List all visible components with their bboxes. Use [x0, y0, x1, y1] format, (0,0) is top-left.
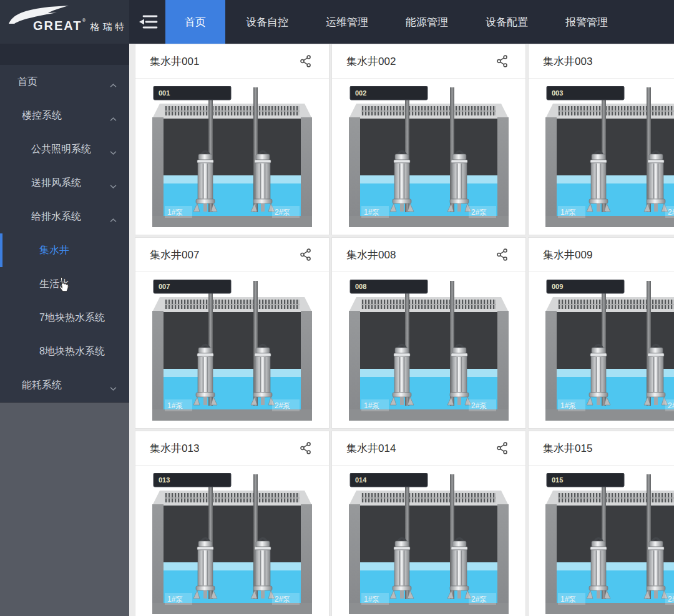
well-card-009[interactable]: 集水井0091#泵2#泵009 — [528, 237, 674, 429]
sidebar-filler — [0, 402, 129, 616]
sidebar-item-label: 送排风系统 — [31, 177, 81, 190]
sidebar-item-domestic-water[interactable]: 生活水 — [0, 267, 129, 301]
share-icon — [496, 248, 509, 262]
pump-2-label: 2#泵 — [471, 595, 487, 604]
nav-item-device-auto-control[interactable]: 设备自控 — [229, 0, 305, 44]
well-card-header: 集水井008 — [332, 238, 525, 272]
sidebar-item-label: 8地块热水系统 — [39, 345, 105, 358]
sidebar-item-plot8-hot-water-system[interactable]: 8地块热水系统 — [0, 335, 129, 368]
well-card-body: 1#泵2#泵013 — [135, 466, 329, 614]
share-icon — [496, 441, 509, 455]
sidebar-item-label: 生活水 — [39, 278, 69, 291]
pump-2-label: 2#泵 — [668, 401, 674, 410]
chevron-up-icon — [110, 83, 117, 88]
sidebar-item-label: 楼控系统 — [22, 109, 62, 122]
share-button[interactable] — [496, 248, 509, 262]
nav-item-home[interactable]: 首页 — [165, 0, 225, 44]
pump-1-label: 1#泵 — [167, 208, 183, 217]
well-card-header: 集水井001 — [135, 44, 329, 79]
well-card-007[interactable]: 集水井0071#泵2#泵007 — [135, 237, 330, 429]
well-card-002[interactable]: 集水井0021#泵2#泵002 — [331, 44, 526, 235]
well-card-008[interactable]: 集水井0081#泵2#泵008 — [331, 237, 526, 429]
well-card-014[interactable]: 集水井0141#泵2#泵014 — [331, 431, 526, 616]
pump-2-label: 2#泵 — [471, 401, 487, 410]
nav-item-alarm-management[interactable]: 报警管理 — [549, 0, 625, 44]
sump-well-graphic: 1#泵2#泵001 — [152, 86, 312, 227]
pump-1-label: 1#泵 — [167, 595, 183, 604]
sump-well-graphic: 1#泵2#泵007 — [152, 280, 312, 421]
menu-fold-button[interactable] — [134, 0, 164, 44]
pump-2-label: 2#泵 — [668, 595, 674, 604]
pump-2-label: 2#泵 — [275, 401, 290, 410]
share-button[interactable] — [299, 54, 313, 68]
pump-2-label: 2#泵 — [275, 208, 290, 217]
share-button[interactable] — [299, 441, 313, 455]
well-card-title: 集水井009 — [543, 248, 592, 262]
sidebar-item-label: 集水井 — [39, 244, 69, 257]
well-card-body: 1#泵2#泵014 — [332, 466, 525, 614]
well-id-label: 015 — [552, 476, 563, 484]
sidebar-menu: 首页楼控系统公共照明系统送排风系统给排水系统集水井生活水7地块热水系统8地块热水… — [0, 65, 129, 402]
well-card-body: 1#泵2#泵009 — [529, 272, 674, 421]
sidebar-item-label: 首页 — [17, 76, 37, 89]
sidebar-item-home[interactable]: 首页 — [0, 65, 129, 99]
topbar: GREAT®格瑞特 首页设备自控运维管理能源管理设备配置报警管理 — [0, 0, 674, 44]
share-button[interactable] — [496, 54, 509, 68]
well-id-label: 009 — [552, 283, 563, 290]
pump-2-label: 2#泵 — [668, 208, 674, 217]
well-id-label: 003 — [552, 89, 563, 97]
sidebar-item-water-supply-drainage-system[interactable]: 给排水系统 — [0, 200, 129, 233]
share-button[interactable] — [496, 441, 509, 455]
well-card-body: 1#泵2#泵001 — [135, 79, 329, 227]
sidebar-item-building-control-system[interactable]: 楼控系统 — [0, 99, 129, 132]
sump-well-graphic: 1#泵2#泵015 — [545, 473, 674, 614]
well-card-015[interactable]: 集水井0151#泵2#泵015 — [528, 431, 674, 616]
sidebar-item-sump-well[interactable]: 集水井 — [0, 233, 129, 267]
nav-item-energy-management[interactable]: 能源管理 — [389, 0, 465, 44]
well-card-title: 集水井003 — [543, 54, 592, 69]
well-card-body: 1#泵2#泵003 — [529, 79, 674, 227]
nav-item-ops-management[interactable]: 运维管理 — [309, 0, 385, 44]
share-button[interactable] — [299, 248, 313, 262]
brand-name-en: GREAT — [33, 19, 82, 32]
sidebar-top-strip — [0, 44, 129, 65]
pump-1-label: 1#泵 — [560, 208, 576, 217]
share-icon — [299, 441, 313, 455]
well-id-label: 002 — [355, 89, 366, 97]
sidebar-item-public-lighting-system[interactable]: 公共照明系统 — [0, 132, 129, 166]
pump-2-label: 2#泵 — [471, 208, 487, 217]
sump-well-graphic: 1#泵2#泵009 — [545, 280, 674, 421]
registered-mark: ® — [82, 17, 86, 23]
sump-well-graphic: 1#泵2#泵008 — [349, 280, 509, 421]
pump-1-label: 1#泵 — [364, 401, 379, 410]
well-card-body: 1#泵2#泵002 — [332, 79, 525, 227]
well-id-label: 008 — [355, 283, 366, 290]
sidebar-item-plot7-hot-water-system[interactable]: 7地块热水系统 — [0, 301, 129, 335]
well-card-013[interactable]: 集水井0131#泵2#泵013 — [135, 431, 330, 616]
well-card-003[interactable]: 集水井0031#泵2#泵003 — [528, 44, 674, 235]
chevron-down-icon — [110, 184, 117, 189]
sidebar-item-label: 给排水系统 — [31, 210, 81, 223]
pump-1-label: 1#泵 — [364, 208, 379, 217]
pump-2-label: 2#泵 — [275, 595, 290, 604]
nav-item-device-config[interactable]: 设备配置 — [469, 0, 545, 44]
sidebar-item-energy-consumption-system[interactable]: 能耗系统 — [0, 368, 129, 402]
well-card-header: 集水井007 — [135, 238, 329, 272]
share-icon — [299, 54, 313, 68]
share-icon — [496, 54, 509, 68]
sidebar-item-supply-exhaust-air-system[interactable]: 送排风系统 — [0, 166, 129, 200]
well-card-header: 集水井003 — [529, 44, 674, 79]
sump-well-graphic: 1#泵2#泵014 — [349, 473, 509, 614]
sump-well-graphic: 1#泵2#泵002 — [349, 86, 509, 227]
pump-1-label: 1#泵 — [167, 401, 183, 410]
chevron-up-icon — [110, 117, 117, 122]
chevron-down-icon — [110, 150, 117, 155]
pump-1-label: 1#泵 — [560, 595, 576, 604]
share-icon — [299, 248, 313, 262]
well-card-body: 1#泵2#泵008 — [332, 272, 525, 421]
well-id-label: 013 — [159, 476, 170, 484]
menu-fold-icon — [139, 13, 159, 31]
well-card-header: 集水井013 — [135, 431, 329, 466]
well-card-001[interactable]: 集水井0011#泵2#泵001 — [135, 44, 330, 235]
well-card-header: 集水井014 — [332, 431, 525, 466]
